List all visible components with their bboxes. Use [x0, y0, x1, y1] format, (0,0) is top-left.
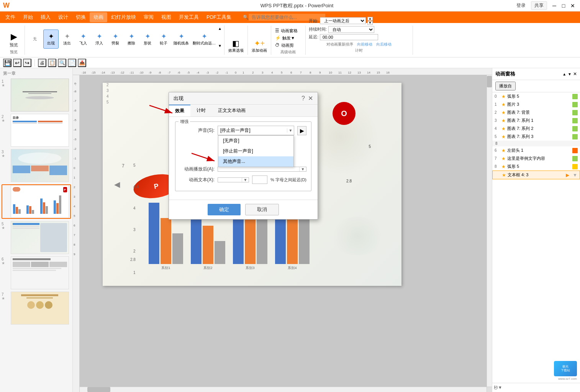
after-anim-value [218, 168, 299, 171]
dialog-tabs: 效果 计时 正文文本动画 [169, 105, 318, 117]
sound-value: [停止前一声音] [218, 126, 287, 135]
dialog-footer: 确定 取消 [169, 200, 318, 219]
after-anim-label: 动画播放后(A): [180, 166, 215, 172]
anim-text-arrow[interactable]: ▼ [242, 178, 249, 182]
anim-text-wrapper: ▼ [218, 177, 249, 182]
dialog-title-text: 出现 [174, 95, 184, 102]
sound-option-2[interactable]: 其他声音... [218, 156, 293, 167]
anim-text-row: 动画文本(X): ▼ % 字母之间延迟(D) [180, 175, 306, 184]
anim-text-value [218, 179, 242, 181]
sound-row: 声音(S): [停止前一声音] ▼ [无声音] [停止前一声音] 其他声音... [180, 126, 306, 135]
dialog-tab-text-anim[interactable]: 正文文本动画 [212, 105, 252, 116]
sound-dropdown-menu: [无声音] [停止前一声音] 其他声音... [218, 135, 294, 167]
percent-label: % 字母之间延迟(D) [270, 177, 306, 183]
dialog-tab-effect[interactable]: 效果 [169, 105, 190, 116]
after-anim-arrow[interactable]: ▼ [299, 167, 306, 171]
dialog-enhance-label: 增强 [179, 119, 190, 125]
anim-text-label: 动画文本(X): [180, 177, 215, 183]
sound-option-0[interactable]: [无声音] [218, 136, 293, 146]
sound-dropdown-arrow[interactable]: ▼ [287, 128, 294, 133]
dialog-confirm-btn[interactable]: 确定 [208, 204, 241, 215]
sound-select[interactable]: [停止前一声音] ▼ [无声音] [停止前一声音] 其他声音... [218, 126, 294, 135]
anim-text-select[interactable]: ▼ [218, 177, 249, 182]
after-anim-wrapper: ▼ [218, 167, 306, 172]
dialog-close-btn[interactable]: ✕ [308, 95, 313, 102]
dialog-cancel-btn[interactable]: 取消 [245, 204, 279, 215]
dialog-overlay: 出现 ? ✕ 效果 计时 正文文本动画 增强 声音(S): [停止前 [0, 0, 580, 392]
dialog-tab-timing[interactable]: 计时 [190, 105, 212, 116]
dialog-help-btn[interactable]: ? [301, 95, 305, 102]
sound-preview-btn[interactable]: ▶ [297, 126, 306, 135]
sound-dropdown-wrapper: [停止前一声音] ▼ [无声音] [停止前一声音] 其他声音... [218, 126, 294, 135]
dialog-title-bar: 出现 ? ✕ [169, 92, 318, 105]
appear-dialog: 出现 ? ✕ 效果 计时 正文文本动画 增强 声音(S): [停止前 [169, 92, 318, 220]
sound-option-1[interactable]: [停止前一声音] [218, 146, 293, 156]
after-anim-select[interactable]: ▼ [218, 167, 306, 172]
dialog-enhance-section: 增强 声音(S): [停止前一声音] ▼ [无声音] [停止前一声音] 其他声音… [175, 121, 311, 191]
sound-label: 声音(S): [180, 127, 215, 134]
percent-input[interactable] [252, 175, 267, 184]
dialog-body: 增强 声音(S): [停止前一声音] ▼ [无声音] [停止前一声音] 其他声音… [169, 117, 318, 200]
